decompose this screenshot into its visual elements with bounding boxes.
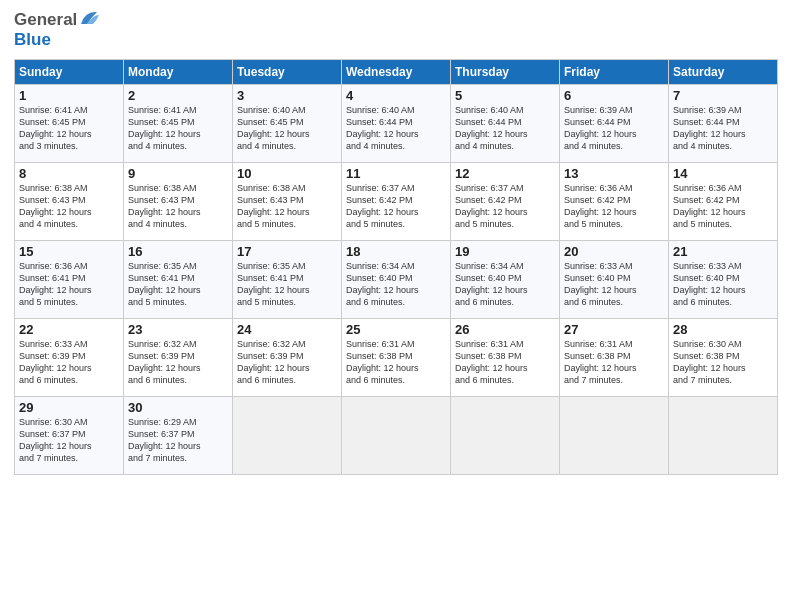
calendar-day-cell: 18Sunrise: 6:34 AM Sunset: 6:40 PM Dayli…: [342, 240, 451, 318]
day-detail: Sunrise: 6:30 AM Sunset: 6:38 PM Dayligh…: [673, 339, 746, 385]
day-number: 12: [455, 166, 555, 181]
day-number: 17: [237, 244, 337, 259]
calendar-day-cell: [560, 396, 669, 474]
calendar-day-cell: 16Sunrise: 6:35 AM Sunset: 6:41 PM Dayli…: [124, 240, 233, 318]
day-number: 7: [673, 88, 773, 103]
col-header-sunday: Sunday: [15, 59, 124, 84]
calendar-day-cell: 24Sunrise: 6:32 AM Sunset: 6:39 PM Dayli…: [233, 318, 342, 396]
day-detail: Sunrise: 6:31 AM Sunset: 6:38 PM Dayligh…: [455, 339, 528, 385]
day-number: 9: [128, 166, 228, 181]
calendar-day-cell: 12Sunrise: 6:37 AM Sunset: 6:42 PM Dayli…: [451, 162, 560, 240]
calendar-day-cell: 27Sunrise: 6:31 AM Sunset: 6:38 PM Dayli…: [560, 318, 669, 396]
calendar-day-cell: 20Sunrise: 6:33 AM Sunset: 6:40 PM Dayli…: [560, 240, 669, 318]
calendar-week-row: 8Sunrise: 6:38 AM Sunset: 6:43 PM Daylig…: [15, 162, 778, 240]
col-header-monday: Monday: [124, 59, 233, 84]
day-number: 21: [673, 244, 773, 259]
col-header-friday: Friday: [560, 59, 669, 84]
calendar-page: General Blue SundayMondayTuesdayWednesda…: [0, 0, 792, 612]
day-number: 29: [19, 400, 119, 415]
col-header-saturday: Saturday: [669, 59, 778, 84]
day-number: 14: [673, 166, 773, 181]
day-detail: Sunrise: 6:32 AM Sunset: 6:39 PM Dayligh…: [128, 339, 201, 385]
calendar-day-cell: [669, 396, 778, 474]
calendar-day-cell: [342, 396, 451, 474]
calendar-day-cell: 15Sunrise: 6:36 AM Sunset: 6:41 PM Dayli…: [15, 240, 124, 318]
calendar-day-cell: 25Sunrise: 6:31 AM Sunset: 6:38 PM Dayli…: [342, 318, 451, 396]
col-header-thursday: Thursday: [451, 59, 560, 84]
day-detail: Sunrise: 6:29 AM Sunset: 6:37 PM Dayligh…: [128, 417, 201, 463]
calendar-week-row: 29Sunrise: 6:30 AM Sunset: 6:37 PM Dayli…: [15, 396, 778, 474]
day-number: 5: [455, 88, 555, 103]
calendar-day-cell: 17Sunrise: 6:35 AM Sunset: 6:41 PM Dayli…: [233, 240, 342, 318]
calendar-week-row: 1Sunrise: 6:41 AM Sunset: 6:45 PM Daylig…: [15, 84, 778, 162]
day-number: 30: [128, 400, 228, 415]
day-detail: Sunrise: 6:33 AM Sunset: 6:40 PM Dayligh…: [673, 261, 746, 307]
day-number: 24: [237, 322, 337, 337]
header-row: SundayMondayTuesdayWednesdayThursdayFrid…: [15, 59, 778, 84]
day-number: 16: [128, 244, 228, 259]
day-detail: Sunrise: 6:41 AM Sunset: 6:45 PM Dayligh…: [19, 105, 92, 151]
day-detail: Sunrise: 6:36 AM Sunset: 6:42 PM Dayligh…: [673, 183, 746, 229]
calendar-day-cell: 5Sunrise: 6:40 AM Sunset: 6:44 PM Daylig…: [451, 84, 560, 162]
day-detail: Sunrise: 6:33 AM Sunset: 6:40 PM Dayligh…: [564, 261, 637, 307]
logo: General Blue: [14, 10, 99, 51]
day-detail: Sunrise: 6:35 AM Sunset: 6:41 PM Dayligh…: [128, 261, 201, 307]
calendar-day-cell: 4Sunrise: 6:40 AM Sunset: 6:44 PM Daylig…: [342, 84, 451, 162]
calendar-day-cell: [451, 396, 560, 474]
col-header-tuesday: Tuesday: [233, 59, 342, 84]
calendar-week-row: 15Sunrise: 6:36 AM Sunset: 6:41 PM Dayli…: [15, 240, 778, 318]
calendar-day-cell: 8Sunrise: 6:38 AM Sunset: 6:43 PM Daylig…: [15, 162, 124, 240]
day-detail: Sunrise: 6:40 AM Sunset: 6:44 PM Dayligh…: [346, 105, 419, 151]
calendar-day-cell: 7Sunrise: 6:39 AM Sunset: 6:44 PM Daylig…: [669, 84, 778, 162]
calendar-day-cell: 9Sunrise: 6:38 AM Sunset: 6:43 PM Daylig…: [124, 162, 233, 240]
day-detail: Sunrise: 6:40 AM Sunset: 6:45 PM Dayligh…: [237, 105, 310, 151]
day-detail: Sunrise: 6:30 AM Sunset: 6:37 PM Dayligh…: [19, 417, 92, 463]
calendar-day-cell: 23Sunrise: 6:32 AM Sunset: 6:39 PM Dayli…: [124, 318, 233, 396]
day-detail: Sunrise: 6:36 AM Sunset: 6:41 PM Dayligh…: [19, 261, 92, 307]
day-number: 22: [19, 322, 119, 337]
logo-sail-icon: [79, 10, 99, 26]
calendar-day-cell: 29Sunrise: 6:30 AM Sunset: 6:37 PM Dayli…: [15, 396, 124, 474]
day-number: 23: [128, 322, 228, 337]
col-header-wednesday: Wednesday: [342, 59, 451, 84]
calendar-day-cell: 21Sunrise: 6:33 AM Sunset: 6:40 PM Dayli…: [669, 240, 778, 318]
day-detail: Sunrise: 6:35 AM Sunset: 6:41 PM Dayligh…: [237, 261, 310, 307]
day-number: 20: [564, 244, 664, 259]
day-detail: Sunrise: 6:41 AM Sunset: 6:45 PM Dayligh…: [128, 105, 201, 151]
calendar-day-cell: 10Sunrise: 6:38 AM Sunset: 6:43 PM Dayli…: [233, 162, 342, 240]
calendar-day-cell: 26Sunrise: 6:31 AM Sunset: 6:38 PM Dayli…: [451, 318, 560, 396]
calendar-day-cell: 3Sunrise: 6:40 AM Sunset: 6:45 PM Daylig…: [233, 84, 342, 162]
calendar-day-cell: 19Sunrise: 6:34 AM Sunset: 6:40 PM Dayli…: [451, 240, 560, 318]
day-detail: Sunrise: 6:33 AM Sunset: 6:39 PM Dayligh…: [19, 339, 92, 385]
day-detail: Sunrise: 6:32 AM Sunset: 6:39 PM Dayligh…: [237, 339, 310, 385]
day-number: 2: [128, 88, 228, 103]
day-detail: Sunrise: 6:37 AM Sunset: 6:42 PM Dayligh…: [455, 183, 528, 229]
day-number: 6: [564, 88, 664, 103]
calendar-day-cell: 14Sunrise: 6:36 AM Sunset: 6:42 PM Dayli…: [669, 162, 778, 240]
calendar-day-cell: 28Sunrise: 6:30 AM Sunset: 6:38 PM Dayli…: [669, 318, 778, 396]
day-detail: Sunrise: 6:34 AM Sunset: 6:40 PM Dayligh…: [346, 261, 419, 307]
day-number: 26: [455, 322, 555, 337]
day-detail: Sunrise: 6:31 AM Sunset: 6:38 PM Dayligh…: [346, 339, 419, 385]
day-detail: Sunrise: 6:38 AM Sunset: 6:43 PM Dayligh…: [19, 183, 92, 229]
day-detail: Sunrise: 6:39 AM Sunset: 6:44 PM Dayligh…: [564, 105, 637, 151]
day-detail: Sunrise: 6:31 AM Sunset: 6:38 PM Dayligh…: [564, 339, 637, 385]
day-number: 19: [455, 244, 555, 259]
calendar-day-cell: 30Sunrise: 6:29 AM Sunset: 6:37 PM Dayli…: [124, 396, 233, 474]
day-number: 3: [237, 88, 337, 103]
day-number: 25: [346, 322, 446, 337]
day-detail: Sunrise: 6:36 AM Sunset: 6:42 PM Dayligh…: [564, 183, 637, 229]
calendar-table: SundayMondayTuesdayWednesdayThursdayFrid…: [14, 59, 778, 475]
calendar-day-cell: 11Sunrise: 6:37 AM Sunset: 6:42 PM Dayli…: [342, 162, 451, 240]
calendar-day-cell: 13Sunrise: 6:36 AM Sunset: 6:42 PM Dayli…: [560, 162, 669, 240]
calendar-week-row: 22Sunrise: 6:33 AM Sunset: 6:39 PM Dayli…: [15, 318, 778, 396]
day-detail: Sunrise: 6:38 AM Sunset: 6:43 PM Dayligh…: [237, 183, 310, 229]
day-number: 4: [346, 88, 446, 103]
day-number: 11: [346, 166, 446, 181]
day-number: 8: [19, 166, 119, 181]
calendar-day-cell: [233, 396, 342, 474]
calendar-day-cell: 22Sunrise: 6:33 AM Sunset: 6:39 PM Dayli…: [15, 318, 124, 396]
calendar-day-cell: 6Sunrise: 6:39 AM Sunset: 6:44 PM Daylig…: [560, 84, 669, 162]
calendar-day-cell: 1Sunrise: 6:41 AM Sunset: 6:45 PM Daylig…: [15, 84, 124, 162]
day-number: 10: [237, 166, 337, 181]
